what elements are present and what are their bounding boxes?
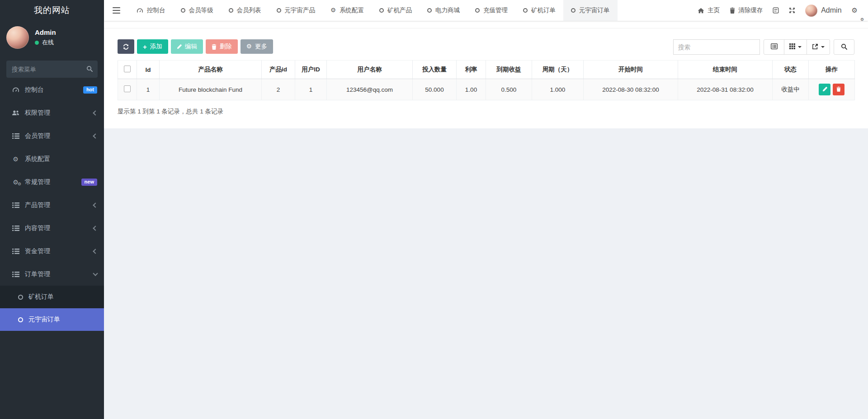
user-menu[interactable]: Admin [800, 5, 846, 17]
settings-button[interactable]: ⚙⚙ [847, 0, 863, 21]
clear-cache-label: 清除缓存 [738, 6, 763, 14]
tab-member-level[interactable]: 会员等级 [173, 0, 221, 21]
tab-metaverse-products[interactable]: 元宇宙产品 [269, 0, 323, 21]
site-title: 我的网站 [0, 0, 104, 21]
tab-label: 电力商城 [435, 6, 460, 14]
col-end-time[interactable]: 结束时间 [678, 61, 773, 79]
tab-power-mall[interactable]: 电力商城 [420, 0, 467, 21]
add-button[interactable]: + 添加 [137, 39, 168, 54]
col-product-name[interactable]: 产品名称 [160, 61, 262, 79]
tab-label: 会员等级 [189, 6, 213, 14]
tab-miner-products[interactable]: 矿机产品 [372, 0, 420, 21]
new-badge: new [81, 179, 97, 186]
list-icon [11, 225, 20, 231]
edit-button[interactable]: 编辑 [171, 39, 203, 54]
cell-actions [809, 79, 855, 100]
circle-icon [181, 8, 185, 13]
sidebar-item-funds[interactable]: 资金管理 [0, 240, 104, 263]
select-all-checkbox[interactable] [124, 66, 131, 72]
delete-button[interactable]: 删除 [206, 39, 238, 54]
toolbar-left: + 添加 编辑 删除 [118, 39, 273, 54]
sidebar-item-metaverse-orders[interactable]: 元宇宙订单 [0, 308, 104, 331]
col-rate[interactable]: 利率 [457, 61, 486, 79]
sidebar-item-label: 权限管理 [25, 109, 94, 117]
circle-icon [475, 8, 480, 13]
tab-label: 元宇宙订单 [579, 6, 610, 14]
sidebar-item-members[interactable]: 会员管理 [0, 124, 104, 147]
menu-search-input[interactable] [6, 61, 98, 78]
table-search-input[interactable] [673, 39, 760, 55]
tab-miner-orders[interactable]: 矿机订单 [515, 0, 563, 21]
row-delete-button[interactable] [833, 84, 844, 95]
detail-list-icon [771, 43, 778, 51]
chevron-left-icon [93, 249, 98, 254]
sidebar-item-miner-orders[interactable]: 矿机订单 [0, 286, 104, 308]
circle-icon [379, 8, 384, 13]
sidebar-item-system-config[interactable]: ⚙ 系统配置 [0, 147, 104, 170]
pencil-icon [822, 86, 827, 93]
tab-label: 会员列表 [237, 6, 261, 14]
toolbar-right [673, 39, 854, 55]
top-navbar: 控制台 会员等级 会员列表 元宇宙产品 ⚙ 系统配置 [104, 0, 868, 21]
search-icon [841, 43, 847, 51]
menu-search [6, 61, 98, 78]
circle-icon [277, 8, 281, 13]
view-button-group [764, 39, 830, 55]
sidebar-item-content[interactable]: 内容管理 [0, 217, 104, 240]
home-link[interactable]: 主页 [693, 0, 725, 21]
sidebar-item-products[interactable]: 产品管理 [0, 193, 104, 217]
trash-icon [212, 44, 217, 50]
select-all-header [118, 61, 137, 79]
sidebar-item-permissions[interactable]: 权限管理 [0, 101, 104, 124]
col-profit[interactable]: 到期收益 [486, 61, 532, 79]
menu-toggle-button[interactable] [104, 0, 129, 21]
cell-profit: 0.500 [486, 79, 532, 100]
col-start-time[interactable]: 开始时间 [584, 61, 678, 79]
tab-label: 矿机订单 [531, 6, 556, 14]
sidebar-item-label: 元宇宙订单 [28, 315, 60, 324]
sidebar-item-label: 会员管理 [25, 132, 94, 140]
col-product-id[interactable]: 产品id [262, 61, 295, 79]
export-button[interactable] [807, 39, 830, 55]
chevron-left-icon [93, 110, 98, 115]
col-status[interactable]: 状态 [773, 61, 809, 79]
col-user-id[interactable]: 用户ID [295, 61, 327, 79]
row-checkbox[interactable] [124, 85, 131, 92]
tab-label: 矿机产品 [387, 6, 412, 14]
columns-button[interactable] [784, 39, 807, 55]
fullscreen-button[interactable] [784, 0, 800, 21]
gauge-icon [11, 86, 20, 94]
tab-metaverse-orders[interactable]: 元宇宙订单 [563, 0, 618, 21]
gear-icon: ⚙ [11, 156, 20, 162]
row-edit-button[interactable] [819, 84, 830, 95]
nav-tabs: 控制台 会员等级 会员列表 元宇宙产品 ⚙ 系统配置 [129, 0, 693, 21]
col-user-name[interactable]: 用户名称 [327, 61, 413, 79]
clear-cache-link[interactable]: 清除缓存 [725, 0, 768, 21]
chevron-left-icon [93, 226, 98, 231]
tab-system-config[interactable]: ⚙ 系统配置 [323, 0, 372, 21]
home-icon [698, 8, 704, 14]
cell-rate: 1.00 [457, 79, 486, 100]
sidebar-item-label: 产品管理 [25, 201, 94, 209]
orders-submenu: 矿机订单 元宇宙订单 [0, 286, 104, 331]
cell-select [118, 79, 137, 100]
delete-label: 删除 [220, 42, 232, 51]
sidebar-item-general[interactable]: ⚙⚙ 常规管理 new [0, 170, 104, 193]
avatar[interactable] [6, 26, 29, 49]
sidebar-item-console[interactable]: 控制台 hot [0, 78, 104, 101]
tab-console[interactable]: 控制台 [129, 0, 173, 21]
tab-member-list[interactable]: 会员列表 [221, 0, 269, 21]
col-cycle-days[interactable]: 周期（天） [532, 61, 584, 79]
detail-view-button[interactable] [764, 39, 784, 55]
document-button[interactable] [768, 0, 784, 21]
sidebar-item-orders[interactable]: 订单管理 [0, 263, 104, 286]
refresh-button[interactable] [118, 39, 134, 54]
tab-recharge[interactable]: 充值管理 [467, 0, 515, 21]
advanced-search-button[interactable] [834, 39, 854, 55]
cell-start-time: 2022-08-30 08:32:00 [584, 79, 678, 100]
col-id[interactable]: Id [137, 61, 160, 79]
col-amount[interactable]: 投入数量 [413, 61, 457, 79]
gauge-icon [137, 7, 143, 14]
more-button[interactable]: ⚙ 更多 [241, 39, 273, 54]
cell-amount: 50.000 [413, 79, 457, 100]
